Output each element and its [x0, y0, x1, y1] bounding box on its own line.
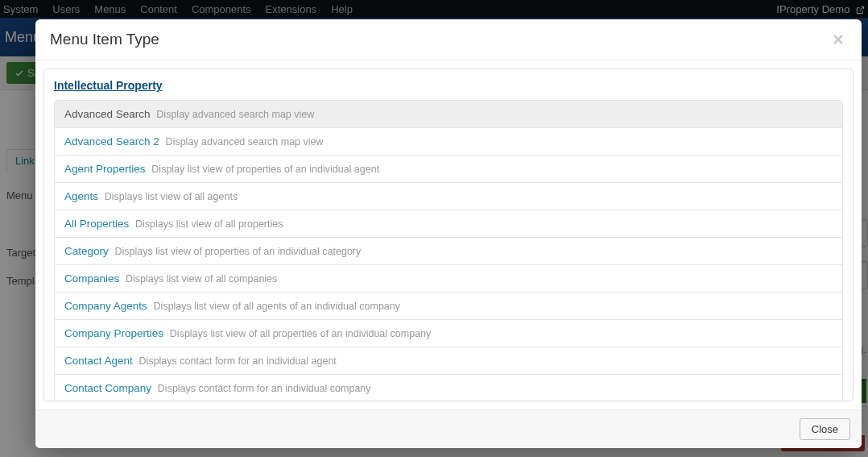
- menu-type-item[interactable]: Companies Displays list view of all comp…: [55, 265, 842, 293]
- menu-type-item[interactable]: Contact Company Displays contact form fo…: [55, 375, 842, 401]
- menu-type-item-desc: Displays list view of all agents of an i…: [154, 301, 400, 312]
- menu-type-item-title: Agent Properties: [64, 163, 146, 175]
- modal-scroll-area[interactable]: Intellectual Property Advanced Search Di…: [43, 69, 854, 401]
- menu-type-item-title: Company Properties: [64, 327, 163, 339]
- menu-type-item-desc: Display list view of properties of an in…: [151, 164, 379, 175]
- accordion-intellectual-property[interactable]: Intellectual Property: [54, 76, 843, 100]
- menu-type-item[interactable]: Agent Properties Display list view of pr…: [55, 156, 842, 183]
- menu-type-item-title: Agents: [64, 190, 98, 202]
- menu-type-item-title: Category: [64, 245, 109, 257]
- menu-type-item-desc: Display advanced search map view: [166, 136, 324, 147]
- menu-type-item-desc: Displays contact form for an individual …: [158, 383, 371, 394]
- menu-type-item-title: Contact Agent: [64, 355, 133, 367]
- menu-type-item-title: Company Agents: [64, 300, 147, 312]
- menu-type-item-desc: Displays list view of properties of an i…: [115, 246, 362, 257]
- menu-type-item[interactable]: Advanced Search 2 Display advanced searc…: [55, 128, 842, 156]
- menu-type-item-title: Companies: [64, 272, 119, 285]
- modal-footer: Close: [35, 409, 862, 448]
- menu-type-item[interactable]: Company Agents Displays list view of all…: [55, 293, 842, 320]
- modal-close-x[interactable]: ×: [829, 30, 847, 49]
- menu-type-list: Advanced Search Display advanced search …: [54, 100, 843, 401]
- menu-type-item[interactable]: Company Properties Displays list view of…: [55, 320, 842, 347]
- menu-type-item[interactable]: All Properties Displays list view of all…: [55, 210, 842, 238]
- menu-type-item-desc: Display advanced search map view: [156, 109, 314, 120]
- menu-type-item[interactable]: Agents Displays list view of all agents: [55, 183, 842, 210]
- menu-type-item-title: Advanced Search: [64, 108, 151, 120]
- modal-body: Intellectual Property Advanced Search Di…: [35, 60, 862, 409]
- menu-type-item-desc: Displays list view of all properties: [135, 218, 283, 230]
- menu-type-item-title: Contact Company: [64, 382, 151, 394]
- modal-title: Menu Item Type: [50, 31, 159, 48]
- menu-type-item-desc: Displays list view of all properties of …: [170, 328, 431, 339]
- menu-type-item-title: All Properties: [64, 218, 129, 230]
- menu-type-item-desc: Displays contact form for an individual …: [139, 355, 337, 367]
- menu-type-item-desc: Displays list view of all companies: [126, 273, 277, 285]
- menu-type-item[interactable]: Contact Agent Displays contact form for …: [55, 347, 842, 375]
- menu-type-item[interactable]: Category Displays list view of propertie…: [55, 238, 842, 265]
- menu-type-item[interactable]: Advanced Search Display advanced search …: [55, 101, 842, 128]
- menu-type-item-desc: Displays list view of all agents: [105, 191, 238, 202]
- menu-item-type-modal: Menu Item Type × Intellectual Property A…: [35, 19, 862, 448]
- menu-type-item-title: Advanced Search 2: [64, 135, 159, 147]
- modal-header: Menu Item Type ×: [35, 19, 862, 60]
- modal-close-button[interactable]: Close: [800, 418, 850, 440]
